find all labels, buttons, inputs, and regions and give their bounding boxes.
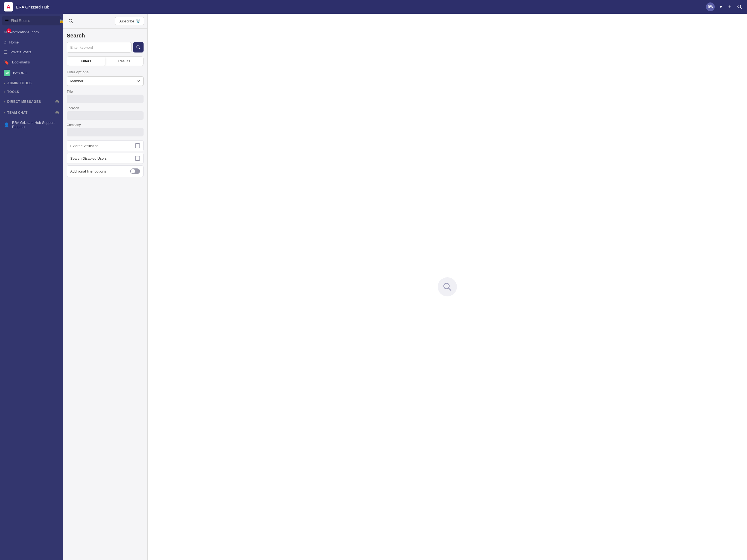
bookmarks-label: Bookmarks: [12, 60, 30, 64]
direct-messages-label: DIRECT MESSAGES: [7, 100, 41, 104]
sidebar-item-tools[interactable]: › TOOLS: [0, 87, 63, 96]
app-logo: A: [4, 2, 13, 11]
team-chat-label: TEAM CHAT: [7, 111, 28, 114]
lock-icon: 🔒: [59, 19, 63, 23]
sidebar-item-direct-messages[interactable]: › DIRECT MESSAGES ⊕: [0, 96, 63, 107]
hamburger-icon: ☰: [5, 18, 9, 23]
company-input[interactable]: [67, 128, 144, 136]
search-panel: Search Filters Results Filter op: [63, 29, 147, 560]
home-icon: ⌂: [4, 40, 6, 45]
notifications-label: Notifications Inbox: [10, 30, 39, 34]
search-button[interactable]: [736, 3, 743, 10]
external-affiliation-row: External Affiliation: [67, 140, 144, 151]
support-label: ERA Grizzard Hub Support Request: [12, 121, 59, 129]
add-team-chat-icon[interactable]: ⊕: [55, 110, 59, 116]
chevron-down-icon: ▾: [720, 4, 722, 10]
topbar-right: BW ▾ +: [706, 2, 743, 11]
home-label: Home: [9, 40, 19, 44]
chevron-right-icon-tools: ›: [4, 90, 5, 94]
additional-filter-label: Additional filter options: [70, 169, 106, 173]
sidebar-item-private-posts[interactable]: ☰ Private Posts: [0, 47, 63, 57]
middle-panel: Subscribe 📡 Search Filters: [63, 14, 148, 560]
private-posts-label: Private Posts: [10, 50, 31, 54]
admin-tools-label: ADMIN TOOLS: [7, 81, 32, 85]
subscribe-label: Subscribe: [119, 19, 134, 23]
search-keyword-input[interactable]: [67, 42, 131, 52]
search-icon: [737, 4, 742, 9]
sidebar-item-kvccore[interactable]: kv kvCORE: [0, 67, 63, 79]
right-panel: [148, 14, 747, 560]
svg-line-1: [741, 8, 742, 9]
panel-search-icon: [68, 19, 73, 24]
sidebar-item-team-chat[interactable]: › TEAM CHAT ⊕: [0, 107, 63, 118]
sidebar-item-notifications[interactable]: ✉ 1 Notifications Inbox: [0, 27, 63, 37]
search-disabled-users-row: Search Disabled Users: [67, 153, 144, 164]
sidebar-item-admin-tools[interactable]: › ADMIN TOOLS: [0, 79, 63, 87]
kvccore-label: kvCORE: [13, 71, 27, 75]
main-layout: ☰ 🔒 ✉ 1 Notifications Inbox ⌂ Home ☰ Pri…: [0, 14, 747, 560]
location-label: Location: [67, 106, 144, 110]
private-posts-icon: ☰: [4, 50, 8, 55]
additional-filter-row: Additional filter options: [67, 166, 144, 177]
title-label: Title: [67, 90, 144, 94]
search-disabled-users-checkbox[interactable]: [135, 156, 140, 161]
search-title: Search: [67, 32, 144, 39]
search-go-button[interactable]: [133, 42, 144, 52]
panel-search-icon-button[interactable]: [66, 17, 75, 26]
sidebar: ☰ 🔒 ✉ 1 Notifications Inbox ⌂ Home ☰ Pri…: [0, 14, 63, 560]
app-title: ERA Grizzard Hub: [16, 5, 703, 9]
kvccore-icon: kv: [4, 70, 10, 76]
tools-label: TOOLS: [7, 90, 19, 94]
tab-filters[interactable]: Filters: [67, 57, 105, 66]
search-go-icon: [136, 45, 140, 50]
svg-line-5: [139, 48, 140, 49]
search-input-row: [67, 42, 144, 52]
avatar-initials: BW: [707, 5, 713, 9]
location-input[interactable]: [67, 111, 144, 120]
add-direct-message-icon[interactable]: ⊕: [55, 99, 59, 105]
filter-member-dropdown[interactable]: Member: [67, 76, 144, 86]
svg-line-7: [449, 288, 451, 290]
tabs-row: Filters Results: [67, 56, 144, 66]
right-panel-search-icon: [438, 277, 457, 297]
additional-filter-toggle[interactable]: [130, 169, 140, 174]
support-icon: 👤: [4, 122, 9, 127]
logo-letter: A: [7, 4, 10, 10]
sidebar-item-support[interactable]: 👤 ERA Grizzard Hub Support Request: [0, 118, 63, 131]
svg-line-3: [72, 22, 73, 23]
sidebar-item-home[interactable]: ⌂ Home: [0, 37, 63, 47]
chevron-right-icon-tc: ›: [4, 111, 5, 114]
external-affiliation-label: External Affiliation: [70, 144, 98, 148]
tab-results-label: Results: [119, 59, 130, 63]
chevron-right-icon-dm: ›: [4, 100, 5, 104]
panel-topbar: Subscribe 📡: [63, 14, 147, 29]
dropdown-arrow-button[interactable]: ▾: [719, 3, 723, 11]
plus-icon: +: [728, 4, 731, 10]
tab-filters-label: Filters: [81, 59, 91, 63]
topbar: A ERA Grizzard Hub BW ▾ +: [0, 0, 747, 14]
subscribe-button[interactable]: Subscribe 📡: [115, 17, 144, 25]
chevron-right-icon: ›: [4, 81, 5, 85]
find-rooms-input[interactable]: [11, 19, 57, 23]
find-rooms-bar[interactable]: ☰ 🔒: [2, 16, 61, 25]
rss-icon: 📡: [136, 19, 140, 23]
filter-options-heading: Filter options: [67, 70, 144, 74]
add-button[interactable]: +: [727, 3, 732, 11]
tab-results[interactable]: Results: [105, 57, 144, 66]
avatar-button[interactable]: BW: [706, 2, 715, 11]
sidebar-item-bookmarks[interactable]: 🔖 Bookmarks: [0, 57, 63, 67]
external-affiliation-checkbox[interactable]: [135, 143, 140, 148]
company-label: Company: [67, 123, 144, 127]
bookmarks-icon: 🔖: [4, 59, 9, 65]
notifications-badge: 1: [6, 28, 11, 33]
large-search-icon: [443, 282, 452, 291]
title-input[interactable]: [67, 95, 144, 103]
search-disabled-users-label: Search Disabled Users: [70, 156, 107, 160]
